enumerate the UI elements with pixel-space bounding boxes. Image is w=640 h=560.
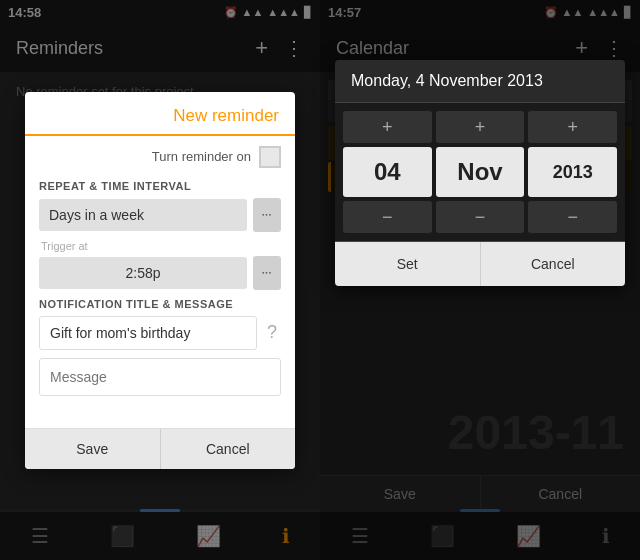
minus-icon: − — [475, 207, 486, 228]
minus-icon: − — [567, 207, 578, 228]
notification-title-input[interactable] — [39, 316, 257, 350]
help-button[interactable]: ? — [263, 318, 281, 347]
year-picker: + 2013 − — [528, 111, 617, 233]
year-minus-button[interactable]: − — [528, 201, 617, 233]
modal-header: New reminder — [25, 92, 295, 136]
modal-overlay: New reminder Turn reminder on REPEAT & T… — [0, 0, 320, 560]
section2-label: NOTIFICATION TITLE & MESSAGE — [39, 298, 281, 310]
toggle-label: Turn reminder on — [152, 149, 251, 164]
interval-menu-button[interactable]: ●●● — [253, 198, 281, 232]
interval-row: ●●● — [39, 198, 281, 232]
plus-icon: + — [382, 117, 393, 138]
date-header: Monday, 4 November 2013 — [335, 60, 625, 103]
plus-icon: + — [475, 117, 486, 138]
date-pickers: + 04 − + Nov − — [335, 103, 625, 241]
cancel-button[interactable]: Cancel — [161, 429, 296, 469]
modal-actions: Save Cancel — [25, 428, 295, 469]
date-header-text: Monday, 4 November 2013 — [351, 72, 543, 89]
month-minus-button[interactable]: − — [436, 201, 525, 233]
toggle-checkbox[interactable] — [259, 146, 281, 168]
day-picker: + 04 − — [343, 111, 432, 233]
date-modal-overlay: Monday, 4 November 2013 + 04 − + — [320, 0, 640, 560]
save-button[interactable]: Save — [25, 429, 161, 469]
year-plus-button[interactable]: + — [528, 111, 617, 143]
plus-icon: + — [567, 117, 578, 138]
date-cancel-button[interactable]: Cancel — [481, 242, 626, 286]
modal-body: Turn reminder on REPEAT & TIME INTERVAL … — [25, 136, 295, 428]
interval-input[interactable] — [39, 199, 247, 231]
left-panel: 14:58 ⏰ ▲▲ ▲▲▲ ▊ Reminders + ⋮ No remind… — [0, 0, 320, 560]
date-picker-modal: Monday, 4 November 2013 + 04 − + — [335, 60, 625, 286]
month-picker: + Nov − — [436, 111, 525, 233]
notification-section: NOTIFICATION TITLE & MESSAGE ? — [39, 298, 281, 410]
section1-label: REPEAT & TIME INTERVAL — [39, 180, 281, 192]
title-row: ? — [39, 316, 281, 350]
toggle-row: Turn reminder on — [39, 146, 281, 168]
year-value: 2013 — [528, 147, 617, 197]
new-reminder-modal: New reminder Turn reminder on REPEAT & T… — [25, 92, 295, 469]
month-value: Nov — [436, 147, 525, 197]
trigger-label: Trigger at — [39, 240, 281, 252]
right-panel: 14:57 ⏰ ▲▲ ▲▲▲ ▊ Calendar + ⋮ Sun Mon Tu… — [320, 0, 640, 560]
set-button[interactable]: Set — [335, 242, 481, 286]
trigger-row: ●●● — [39, 256, 281, 290]
minus-icon: − — [382, 207, 393, 228]
day-minus-button[interactable]: − — [343, 201, 432, 233]
trigger-menu-button[interactable]: ●●● — [253, 256, 281, 290]
message-input[interactable] — [39, 358, 281, 396]
day-plus-button[interactable]: + — [343, 111, 432, 143]
day-value: 04 — [343, 147, 432, 197]
month-plus-button[interactable]: + — [436, 111, 525, 143]
date-actions: Set Cancel — [335, 241, 625, 286]
modal-title: New reminder — [173, 106, 279, 125]
trigger-input[interactable] — [39, 257, 247, 289]
